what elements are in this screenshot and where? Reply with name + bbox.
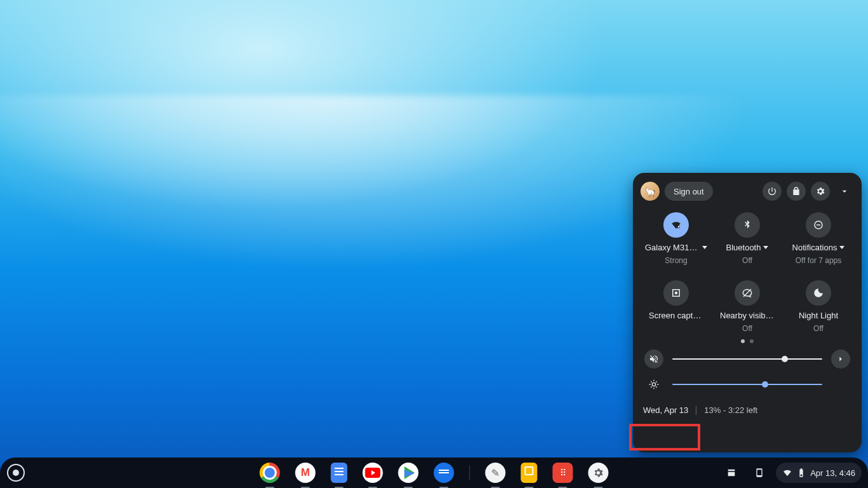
tile-label: Galaxy M31s… <box>645 243 707 252</box>
tile-sub: Off for 7 apps <box>796 256 842 265</box>
shelf-right: Apr 13, 4:46 <box>720 463 862 483</box>
app-youtube[interactable] <box>363 463 383 483</box>
tile-nightlight[interactable]: Night LightOff <box>783 280 854 333</box>
lock-button[interactable] <box>787 182 806 201</box>
clock-text: Apr 13, 4:46 <box>810 468 855 478</box>
app-docs[interactable] <box>331 463 348 483</box>
tile-label: Nearby visibil… <box>720 311 775 320</box>
brightness-icon-wrap <box>644 375 663 394</box>
qs-header: 🦙 Sign out <box>641 182 854 201</box>
battery-icon <box>796 468 806 478</box>
shelf: Apr 13, 4:46 <box>0 458 868 488</box>
quick-settings-panel: 🦙 Sign out Galaxy M31s…StrongBluetoothOf… <box>633 173 862 452</box>
tile-bluetooth[interactable]: BluetoothOff <box>712 212 783 265</box>
notifications-icon <box>806 212 831 238</box>
desktop: 🦙 Sign out Galaxy M31s…StrongBluetoothOf… <box>0 0 868 488</box>
tile-nearby[interactable]: Nearby visibil…Off <box>712 280 783 333</box>
qs-footer: Wed, Apr 13 13% - 3:22 left <box>641 405 854 415</box>
shelf-apps <box>260 463 609 483</box>
wifi-icon <box>663 212 689 238</box>
tote-tray-button[interactable] <box>720 463 743 483</box>
app-keep[interactable] <box>521 463 538 483</box>
page-indicator <box>641 339 854 343</box>
phone-hub-button[interactable] <box>748 463 771 483</box>
app-gmail[interactable] <box>295 463 316 483</box>
avatar[interactable]: 🦙 <box>641 182 660 201</box>
audio-settings-button[interactable] <box>831 349 850 369</box>
tile-notifications[interactable]: NotificationsOff for 7 apps <box>783 212 854 265</box>
tile-screencap[interactable]: Screen capture <box>641 280 712 333</box>
app-canvas[interactable] <box>485 463 506 483</box>
qs-date[interactable]: Wed, Apr 13 <box>643 405 688 415</box>
volume-slider[interactable] <box>672 358 822 360</box>
tile-sub: Off <box>742 324 752 333</box>
tile-label: Notifications <box>792 243 845 252</box>
brightness-thumb[interactable] <box>762 381 768 388</box>
brightness-slider[interactable] <box>672 384 822 385</box>
lock-icon <box>791 186 801 196</box>
power-icon <box>767 186 777 196</box>
caret-icon <box>839 246 844 249</box>
app-settings[interactable] <box>588 463 609 483</box>
tile-label: Bluetooth <box>726 243 769 252</box>
launcher-button[interactable] <box>3 459 29 486</box>
status-tray[interactable]: Apr 13, 4:46 <box>776 463 862 483</box>
screencap-icon <box>663 280 689 306</box>
nightlight-icon <box>806 280 831 306</box>
tile-label: Night Light <box>799 311 838 320</box>
app-chrome[interactable] <box>260 463 280 483</box>
gear-icon <box>815 186 825 196</box>
sign-out-button[interactable]: Sign out <box>665 182 713 201</box>
shelf-divider <box>470 465 470 480</box>
app-messages[interactable] <box>434 463 454 483</box>
tote-icon <box>726 468 736 478</box>
volume-thumb[interactable] <box>782 356 788 362</box>
sign-out-label: Sign out <box>674 187 704 196</box>
svg-rect-2 <box>817 224 820 226</box>
wifi-icon <box>782 468 792 478</box>
qs-tile-grid: Galaxy M31s…StrongBluetoothOffNotificati… <box>641 212 854 333</box>
gear-icon <box>593 467 604 478</box>
app-app-red[interactable] <box>553 463 573 483</box>
caret-icon <box>763 246 768 249</box>
tile-wifi[interactable]: Galaxy M31s…Strong <box>641 212 712 265</box>
brightness-row <box>641 375 854 394</box>
collapse-button[interactable] <box>835 182 854 201</box>
nearby-icon <box>735 280 760 306</box>
settings-button[interactable] <box>811 182 830 201</box>
page-dot[interactable] <box>741 339 745 343</box>
qs-battery[interactable]: 13% - 3:22 left <box>704 405 757 415</box>
tile-sub: Off <box>742 256 752 265</box>
brightness-icon <box>649 379 659 390</box>
app-play[interactable] <box>398 463 419 483</box>
volume-mute-toggle[interactable] <box>644 349 663 369</box>
launcher-icon <box>7 464 25 482</box>
bluetooth-icon <box>735 212 760 238</box>
volume-mute-icon <box>649 354 659 364</box>
chevron-down-icon <box>839 186 850 196</box>
page-dot[interactable] <box>750 339 754 343</box>
tile-sub: Strong <box>665 256 687 265</box>
tile-sub: Off <box>813 324 824 333</box>
phone-icon <box>754 468 764 478</box>
chevron-right-icon <box>836 355 845 363</box>
separator <box>696 406 696 415</box>
caret-icon <box>702 246 707 249</box>
annotation-highlight <box>629 424 700 451</box>
power-button[interactable] <box>763 182 782 201</box>
volume-row <box>641 349 854 369</box>
svg-point-4 <box>675 292 678 295</box>
tile-label: Screen capture <box>649 311 703 320</box>
